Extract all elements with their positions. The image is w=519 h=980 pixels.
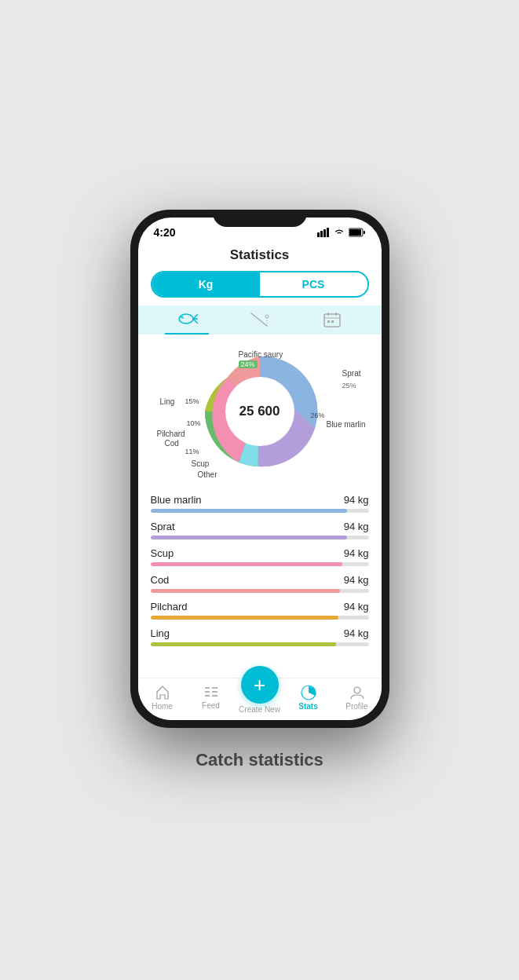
stat-value: 94 kg (344, 547, 369, 559)
svg-point-27 (354, 687, 360, 693)
nav-profile-label: Profile (345, 702, 367, 711)
status-icons (317, 228, 366, 237)
page-title: Statistics (138, 241, 382, 271)
phone-frame: 4:20 (130, 210, 389, 728)
stats-icon (300, 685, 317, 700)
svg-rect-6 (364, 231, 365, 234)
stat-name: Scup (151, 547, 174, 559)
home-icon (155, 685, 170, 700)
stat-value: 94 kg (344, 574, 369, 586)
toggle-kg[interactable]: Kg (152, 272, 260, 296)
label-blue-marlin: Blue marlin (326, 420, 365, 429)
stat-item: Scup 94 kg (151, 547, 369, 566)
stat-item: Cod 94 kg (151, 574, 369, 593)
nav-create-label: Create New (239, 705, 280, 714)
label-pct-pacific: 24% (239, 360, 258, 368)
donut-chart-area: 25 600 Pacific saury 24% Sprat 25% Blue … (138, 335, 382, 488)
stat-bar-bg (151, 536, 369, 539)
stat-name: Pilchard (151, 601, 188, 612)
stat-value: 94 kg (344, 521, 369, 532)
stat-value: 94 kg (344, 494, 369, 506)
stat-bar-fill (151, 536, 347, 539)
unit-toggle[interactable]: Kg PCS (151, 271, 369, 298)
stat-name: Cod (151, 574, 170, 586)
tab-calendar[interactable] (296, 305, 369, 335)
page-subtitle: Catch statistics (196, 750, 323, 770)
svg-rect-1 (320, 231, 323, 237)
stat-value: 94 kg (344, 627, 369, 639)
notch (213, 210, 307, 227)
stat-bar-fill (151, 562, 343, 566)
nav-create[interactable]: + Create New (236, 682, 284, 714)
svg-line-9 (251, 313, 267, 326)
svg-rect-0 (317, 232, 320, 237)
nav-home[interactable]: Home (138, 685, 187, 711)
stat-bar-fill (151, 589, 341, 593)
nav-stats-label: Stats (298, 702, 317, 711)
stat-value: 94 kg (344, 601, 369, 612)
label-sprat: Sprat (342, 369, 361, 378)
stat-bar-fill (151, 616, 338, 620)
rod-icon (250, 312, 270, 331)
signal-icon (317, 228, 330, 237)
label-cod: Cod (165, 439, 179, 448)
battery-icon (349, 228, 366, 237)
svg-point-7 (179, 314, 193, 324)
svg-rect-16 (327, 320, 330, 323)
nav-stats[interactable]: Stats (284, 685, 333, 711)
calendar-icon (323, 312, 341, 331)
stat-name: Ling (151, 627, 170, 639)
label-pacific-saury: Pacific saury (239, 350, 283, 359)
label-scup: Scup (192, 459, 210, 468)
stat-name: Sprat (151, 521, 175, 532)
svg-point-11 (265, 315, 269, 318)
label-pct-pilchard: 10% (187, 419, 201, 427)
label-pct-ling: 15% (185, 397, 199, 405)
stat-item: Sprat 94 kg (151, 521, 369, 539)
tab-rod[interactable] (223, 305, 296, 335)
stat-bar-bg (151, 642, 369, 646)
svg-rect-3 (327, 228, 329, 237)
category-tabs (138, 305, 382, 335)
feed-icon (203, 686, 219, 700)
label-pct-blue-marlin: 26% (310, 411, 324, 419)
donut-center-value: 25 600 (239, 404, 280, 419)
stat-bar-bg (151, 509, 369, 513)
stat-bar-bg (151, 589, 369, 593)
nav-profile[interactable]: Profile (333, 685, 382, 711)
stat-name: Blue marlin (151, 494, 202, 506)
toggle-pcs[interactable]: PCS (260, 272, 367, 296)
stat-bar-fill (151, 509, 347, 513)
label-other: Other (198, 470, 217, 479)
stat-bar-fill (151, 642, 336, 646)
profile-icon (349, 685, 365, 700)
nav-feed-label: Feed (202, 701, 220, 710)
svg-rect-17 (331, 320, 334, 323)
stat-item: Ling 94 kg (151, 627, 369, 646)
fish-icon (176, 312, 198, 330)
label-ling: Ling (160, 397, 175, 406)
nav-home-label: Home (152, 702, 173, 711)
create-button[interactable]: + (241, 666, 279, 704)
label-pct-sprat: 25% (342, 382, 356, 389)
stats-list: Blue marlin 94 kg Sprat 94 kg Scup 94 kg… (138, 488, 382, 678)
svg-rect-2 (323, 229, 326, 237)
stat-item: Blue marlin 94 kg (151, 494, 369, 513)
stat-item: Pilchard 94 kg (151, 601, 369, 620)
phone-screen: 4:20 (138, 218, 382, 720)
wifi-icon (333, 228, 345, 237)
label-pilchard: Pilchard (157, 430, 185, 438)
label-pct-cod: 11% (185, 448, 199, 455)
stat-bar-bg (151, 616, 369, 620)
stat-bar-bg (151, 562, 369, 566)
svg-rect-5 (349, 229, 361, 236)
tab-fish[interactable] (151, 305, 224, 335)
status-time: 4:20 (154, 226, 176, 239)
nav-feed[interactable]: Feed (187, 686, 236, 710)
bottom-nav: Home Feed + Create New (138, 678, 382, 720)
screen-content: Statistics Kg PCS (138, 241, 382, 720)
